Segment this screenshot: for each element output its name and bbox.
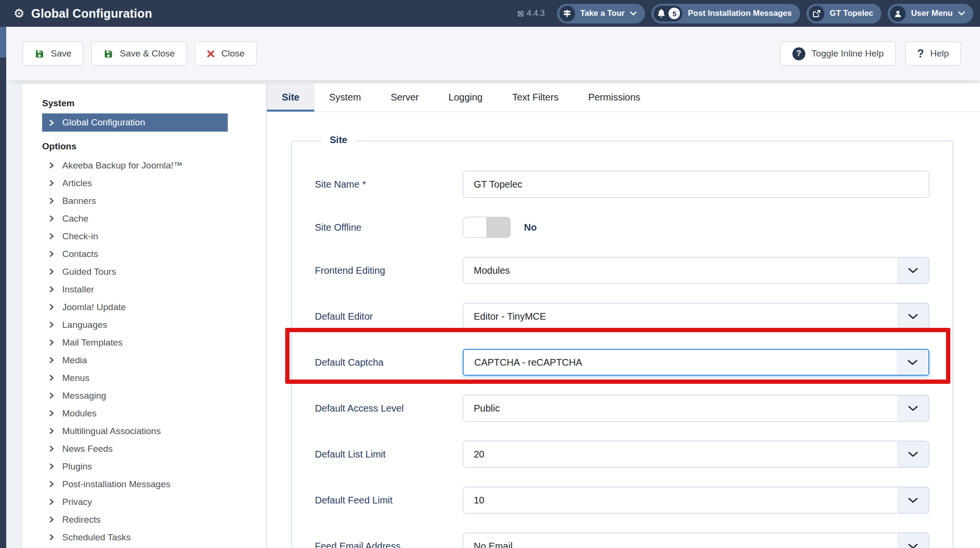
sidebar-item-label: Plugins [62,461,92,472]
tab-permissions[interactable]: Permissions [573,83,655,112]
toolbar: Save Save & Close Close ? Toggle Inline … [6,27,980,80]
sidebar-item[interactable]: Joomla! Update [42,298,256,316]
chevron-down-icon [897,533,929,548]
site-name-label: GT Topelec [830,9,873,18]
tab-system[interactable]: System [314,83,376,112]
chevron-down-icon [958,11,965,16]
sidebar-item[interactable]: Check-in [42,227,256,245]
form-row: Default List Limit 20 [315,441,930,468]
select-control[interactable]: Editor - TinyMCE [463,303,929,330]
toggle-inline-help-label: Toggle Inline Help [812,48,884,59]
sidebar-item[interactable]: Modules [42,404,256,422]
form-field-label: Default Feed Limit [315,495,463,506]
sidebar-item[interactable]: Articles [42,174,256,192]
toggle-inline-help-button[interactable]: ? Toggle Inline Help [780,42,896,66]
chevron-right-icon [49,428,55,434]
form-field-control: No [463,217,929,238]
sidebar-item-label: Installer [62,284,94,295]
sidebar-item-label: Menus [62,373,89,383]
save-icon [34,49,45,59]
form-field-control: 20 [463,441,929,468]
sidebar-item-label: Joomla! Update [62,302,126,313]
form-row: Default Access Level Public [315,395,930,422]
select-control[interactable]: CAPTCHA - reCAPTCHA [463,349,929,376]
form-rows: Site Name * Site Offline No Frontend Edi… [315,171,930,548]
save-and-close-button[interactable]: Save & Close [91,42,187,66]
sidebar-item[interactable]: Multilingual Associations [42,422,256,440]
chevron-right-icon [49,304,55,310]
sidebar-item[interactable]: Scheduled Tasks [42,528,256,546]
site-preview-button[interactable]: GT Topelec [806,4,881,23]
chevron-right-icon [49,180,55,186]
sidebar-item-global-configuration[interactable]: Global Configuration [42,113,228,132]
select-control[interactable]: Modules [463,257,929,284]
take-a-tour-button[interactable]: Take a Tour [557,4,646,23]
sidebar-item[interactable]: Banners [42,192,256,210]
tab-logging[interactable]: Logging [434,83,497,112]
sidebar-item[interactable]: Redirects [42,511,256,528]
sidebar-item[interactable]: Akeeba Backup for Joomla!™ [42,157,256,174]
sidebar-item[interactable]: Plugins [42,458,256,475]
page-title: Global Configuration [31,7,152,21]
sidebar-system-heading: System [42,98,256,109]
sidebar-item[interactable]: Privacy [42,493,256,511]
form-field-label: Default Access Level [315,403,463,414]
fieldset-legend: Site [322,134,356,145]
toggle-knob [463,217,487,237]
select-control[interactable]: No Email [463,533,929,548]
form-field-control: Public [463,395,929,422]
toggle-switch[interactable] [463,217,511,238]
select-value: 10 [463,487,897,513]
sidebar-item[interactable]: Menus [42,369,256,387]
form-field-label: Feed Email Address [315,541,463,548]
notification-count-badge: 5 [668,8,680,19]
sidebar-item[interactable]: Media [42,351,256,369]
select-value: CAPTCHA - reCAPTCHA [464,350,897,375]
toolbar-left-group: Save Save & Close Close [22,42,256,66]
sidebar-item[interactable]: Installer [42,280,256,298]
tab-site[interactable]: Site [267,83,314,112]
sidebar-item-label: Languages [62,320,107,330]
form-row: Default Feed Limit 10 [315,487,930,514]
select-value: No Email [463,533,897,548]
content-panel: SiteSystemServerLoggingText FiltersPermi… [267,83,980,548]
collapsed-sidebar-strip[interactable] [0,27,6,548]
sidebar-item-label: Post-installation Messages [62,479,170,490]
external-link-icon [809,6,824,22]
sidebar-item[interactable]: Languages [42,316,256,334]
form-row: Default Editor Editor - TinyMCE [315,303,930,330]
select-control[interactable]: 20 [463,441,929,468]
select-value: Modules [463,257,897,283]
select-control[interactable]: 10 [463,487,929,514]
tab-text-filters[interactable]: Text Filters [497,83,573,112]
form-field-control: No Email [463,533,929,548]
tab-server[interactable]: Server [376,83,434,112]
toggle-state-label: No [524,222,537,233]
save-icon [103,49,113,59]
post-installation-messages-button[interactable]: 5 Post Installation Messages [651,4,800,23]
sidebar-item[interactable]: Search [42,546,256,548]
form-row: Site Offline No [315,217,930,238]
joomla-logo-icon: ⊠ [517,9,524,19]
select-control[interactable]: Public [463,395,929,422]
sidebar-item[interactable]: Cache [42,210,256,227]
select-value: Public [463,395,897,421]
sidebar-item[interactable]: Messaging [42,387,256,404]
sidebar-item-label: Banners [62,196,96,206]
user-menu-button[interactable]: User Menu [888,4,973,23]
sidebar-item[interactable]: Mail Templates [42,334,256,351]
sidebar-item[interactable]: Contacts [42,245,256,263]
sidebar-item-label: Redirects [62,514,100,525]
sidebar-item[interactable]: Post-installation Messages [42,475,256,493]
sidebar-item[interactable]: News Feeds [42,440,256,458]
sidebar-item-label: Contacts [62,249,98,259]
close-button[interactable]: Close [195,42,256,66]
text-input[interactable] [463,171,929,198]
chevron-right-icon [49,357,55,363]
save-button[interactable]: Save [22,42,83,66]
config-sidebar: System Global Configuration Options Akee… [22,83,267,548]
help-button[interactable]: ? Help [905,42,961,66]
form-field-label: Site Offline [315,222,463,233]
sidebar-item[interactable]: Guided Tours [42,263,256,280]
form-row: Default Captcha CAPTCHA - reCAPTCHA [315,349,930,376]
